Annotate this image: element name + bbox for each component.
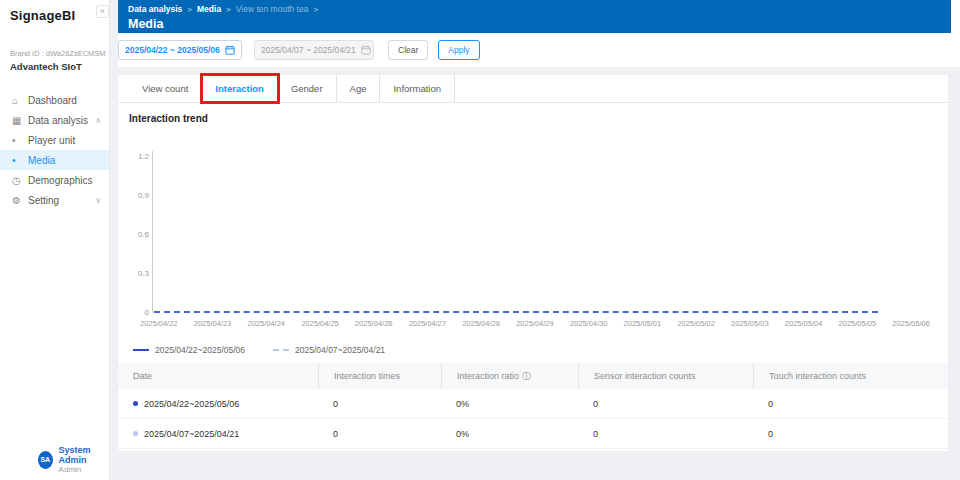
user-chip[interactable]: SA System Admin Admin xyxy=(38,445,109,474)
x-axis-tick-label: 2025/04/22 xyxy=(140,319,178,328)
cell-touch-counts: 0 xyxy=(753,389,948,418)
legend-label: 2025/04/22~2025/05/06 xyxy=(155,345,245,355)
y-axis-tick-label: 0.9 xyxy=(129,191,149,200)
tab-bar: View count Interaction Gender Age Inform… xyxy=(118,75,948,103)
cell-date: 2025/04/07~2025/04/21 xyxy=(118,419,318,448)
x-axis-tick-label: 2025/05/02 xyxy=(677,319,715,328)
date-range-picker-compare[interactable] xyxy=(254,40,374,60)
avatar: SA xyxy=(38,451,53,469)
interaction-trend-chart: 00.30.60.91.2 2025/04/222025/04/232025/0… xyxy=(130,135,936,335)
cell-interaction-times: 0 xyxy=(318,419,441,448)
tab-gender[interactable]: Gender xyxy=(278,75,337,102)
date-range-primary-value[interactable] xyxy=(125,45,225,55)
x-axis-tick-label: 2025/05/06 xyxy=(892,319,930,328)
date-range-compare-value xyxy=(261,45,361,55)
apply-button[interactable]: Apply xyxy=(438,40,479,60)
page-title: Media xyxy=(128,17,951,31)
legend-item-current[interactable]: 2025/04/22~2025/05/06 xyxy=(133,345,245,355)
cell-interaction-times: 0 xyxy=(318,389,441,418)
x-axis-tick-label: 2025/05/03 xyxy=(731,319,769,328)
calendar-icon xyxy=(225,45,235,55)
page-header: Data analysis > Media > View ten mouth t… xyxy=(118,0,951,33)
sidebar-item-demographics[interactable]: ◷ Demographics xyxy=(0,170,109,190)
date-range-picker-primary[interactable] xyxy=(118,40,242,60)
x-axis-tick-label: 2025/04/27 xyxy=(409,319,447,328)
column-header-sensor-counts: Sensor interaction counts xyxy=(578,363,753,389)
sidebar-item-media[interactable]: • Media xyxy=(0,150,109,170)
breadcrumb-separator-icon: > xyxy=(313,5,318,14)
legend-label: 2025/04/07~2025/04/21 xyxy=(295,345,385,355)
y-axis-tick-label: 1.2 xyxy=(129,152,149,161)
chart-title: Interaction trend xyxy=(129,113,208,124)
y-axis xyxy=(152,151,153,313)
column-header-date: Date xyxy=(118,363,318,389)
column-header-interaction-ratio: Interaction ratioⓘ xyxy=(441,363,578,389)
cell-sensor-counts: 0 xyxy=(578,419,753,448)
bullet-icon: • xyxy=(12,155,28,166)
tab-age[interactable]: Age xyxy=(337,75,381,102)
sidebar-item-label: Setting xyxy=(28,195,95,206)
table-row: 2025/04/07~2025/04/21 0 0% 0 0 xyxy=(118,419,948,449)
sidebar-item-dashboard[interactable]: ⌂ Dashboard xyxy=(0,90,109,110)
filter-bar: Clear Apply xyxy=(118,33,960,67)
cell-interaction-ratio: 0% xyxy=(441,389,578,418)
legend-dashed-line-icon xyxy=(273,349,289,351)
sidebar-item-data-analysis[interactable]: ▦ Data analysis ∧ xyxy=(0,110,109,130)
tab-view-count[interactable]: View count xyxy=(129,75,202,102)
table-header-row: Date Interaction times Interaction ratio… xyxy=(118,363,948,389)
user-name: System Admin xyxy=(59,445,109,465)
breadcrumb-item[interactable]: View ten mouth tea xyxy=(236,4,309,14)
sidebar-collapse-button[interactable]: « xyxy=(96,5,109,18)
brand-name: Advantech SIoT xyxy=(10,61,109,72)
sidebar-item-player-unit[interactable]: • Player unit xyxy=(0,130,109,150)
table-row: 2025/04/22~2025/05/06 0 0% 0 0 xyxy=(118,389,948,419)
sidebar-item-label: Media xyxy=(28,155,101,166)
x-axis-tick-label: 2025/04/26 xyxy=(355,319,393,328)
sidebar: SignageBI Brand ID : dWa26ZsECMSM Advant… xyxy=(0,0,110,480)
interaction-table: Date Interaction times Interaction ratio… xyxy=(118,363,948,449)
x-axis-tick-label: 2025/05/04 xyxy=(785,319,823,328)
x-axis-tick-label: 2025/05/05 xyxy=(839,319,877,328)
home-icon: ⌂ xyxy=(12,95,28,106)
y-axis-tick-label: 0.3 xyxy=(129,269,149,278)
cell-date: 2025/04/22~2025/05/06 xyxy=(118,389,318,418)
x-axis-tick-label: 2025/04/25 xyxy=(301,319,339,328)
sidebar-item-label: Player unit xyxy=(28,135,101,146)
x-axis-tick-label: 2025/04/29 xyxy=(516,319,554,328)
column-header-interaction-times: Interaction times xyxy=(318,363,441,389)
cell-interaction-ratio: 0% xyxy=(441,419,578,448)
sidebar-item-label: Data analysis xyxy=(28,115,95,126)
series-dot-icon xyxy=(133,401,138,406)
x-axis-tick-label: 2025/04/23 xyxy=(194,319,232,328)
y-axis-tick-label: 0 xyxy=(129,308,149,317)
x-axis-tick-label: 2025/04/30 xyxy=(570,319,608,328)
cell-touch-counts: 0 xyxy=(753,419,948,448)
tab-interaction[interactable]: Interaction xyxy=(202,75,278,102)
breadcrumb-separator-icon: > xyxy=(187,5,192,14)
breadcrumb-item[interactable]: Data analysis xyxy=(128,4,182,14)
info-icon[interactable]: ⓘ xyxy=(522,371,531,381)
chart-series-line xyxy=(154,311,878,313)
app-logo: SignageBI xyxy=(0,0,109,23)
legend-solid-line-icon xyxy=(133,349,149,351)
clock-icon: ◷ xyxy=(12,175,28,186)
sidebar-item-label: Dashboard xyxy=(28,95,101,106)
clear-button[interactable]: Clear xyxy=(388,40,428,60)
sidebar-item-label: Demographics xyxy=(28,175,101,186)
breadcrumb-item[interactable]: Media xyxy=(197,4,221,14)
tab-information[interactable]: Information xyxy=(380,75,455,102)
legend-item-compare[interactable]: 2025/04/07~2025/04/21 xyxy=(273,345,385,355)
chart-icon: ▦ xyxy=(12,115,28,126)
series-dot-icon xyxy=(133,431,138,436)
gear-icon: ⚙ xyxy=(12,195,28,206)
sidebar-item-setting[interactable]: ⚙ Setting ∨ xyxy=(0,190,109,210)
y-axis-tick-label: 0.6 xyxy=(129,230,149,239)
x-axis-tick-label: 2025/04/24 xyxy=(247,319,285,328)
x-axis-labels: 2025/04/222025/04/232025/04/242025/04/25… xyxy=(140,319,930,328)
breadcrumb-separator-icon: > xyxy=(226,5,231,14)
chevron-down-icon: ∨ xyxy=(95,196,101,205)
cell-sensor-counts: 0 xyxy=(578,389,753,418)
brand-id: Brand ID : dWa26ZsECMSM xyxy=(10,49,109,58)
user-role: Admin xyxy=(59,465,109,474)
chevron-up-icon: ∧ xyxy=(95,116,101,125)
